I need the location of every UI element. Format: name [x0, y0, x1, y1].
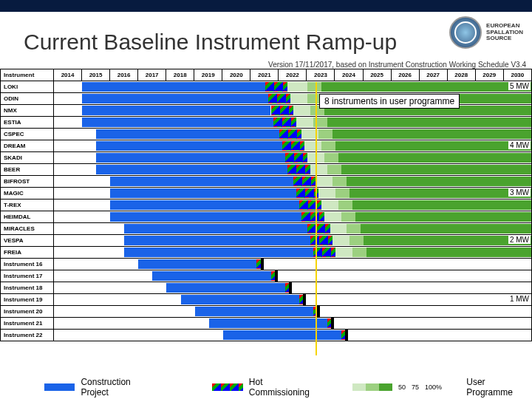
col-year: 2022 — [279, 69, 307, 81]
phase-cp — [209, 318, 327, 328]
gantt-row — [54, 152, 532, 164]
legend-grad-75: 75 — [412, 383, 419, 391]
instrument-name: Instrument 20 — [1, 306, 54, 318]
table-row: Instrument 20 — [1, 306, 532, 318]
table-row: DREAM — [1, 140, 532, 152]
phase-hc — [282, 141, 304, 151]
gantt-row — [54, 211, 532, 223]
phase-up100 — [335, 141, 531, 151]
gantt-row — [54, 105, 532, 117]
gantt-row — [54, 140, 532, 152]
table-row: BIFROST — [1, 176, 532, 188]
col-instrument: Instrument — [1, 69, 54, 81]
end-marker — [275, 270, 278, 282]
instrument-name: Instrument 21 — [1, 318, 54, 330]
table-row: Instrument 22 — [1, 330, 532, 341]
phase-cp — [223, 330, 341, 340]
instrument-name: Instrument 16 — [1, 259, 54, 270]
instrument-name: Instrument 17 — [1, 270, 54, 282]
end-marker — [317, 306, 320, 318]
phase-up75 — [332, 177, 347, 186]
phase-up75 — [338, 200, 352, 210]
col-year: 2014 — [54, 69, 82, 81]
end-marker — [303, 294, 306, 306]
col-year: 2027 — [419, 69, 447, 81]
col-year: 2019 — [194, 69, 222, 81]
phase-cp — [124, 248, 313, 257]
gantt-row — [54, 247, 532, 259]
phase-cp — [166, 283, 284, 293]
phase-cp — [82, 82, 265, 92]
phase-hc — [271, 106, 293, 115]
slide-header: Current Baseline Instrument Ramp-up EURO… — [0, 0, 532, 59]
instrument-name: MIRACLES — [1, 223, 54, 235]
phase-up50 — [304, 141, 321, 151]
instrument-name: CSPEC — [1, 129, 54, 140]
phase-hc — [299, 200, 321, 210]
phase-up100 — [338, 153, 532, 163]
table-row: Instrument 18 — [1, 282, 532, 294]
power-label: 1 MW — [508, 295, 531, 303]
phase-up75 — [335, 188, 349, 198]
phase-up100 — [347, 177, 531, 186]
table-row: Instrument 17 — [1, 270, 532, 282]
gantt-row — [54, 235, 532, 247]
gantt-row — [54, 318, 532, 330]
legend-construction-icon — [44, 383, 75, 391]
gantt-row — [54, 129, 532, 140]
phase-hc — [265, 82, 287, 92]
col-year: 2025 — [363, 69, 391, 81]
phase-hc — [310, 236, 332, 245]
power-label: 4 MW — [508, 141, 531, 149]
phase-up75 — [341, 212, 355, 222]
instrument-name: Instrument 19 — [1, 294, 54, 306]
phase-up50 — [318, 188, 335, 198]
gantt-row — [54, 176, 532, 188]
phase-up100 — [321, 82, 531, 92]
phase-up50 — [290, 94, 307, 103]
col-year: 2028 — [447, 69, 475, 81]
power-label: 2 MW — [508, 236, 531, 244]
phase-cp — [82, 117, 273, 127]
phase-up50 — [321, 200, 338, 210]
phase-cp — [96, 141, 282, 151]
table-row: CSPEC — [1, 129, 532, 140]
phase-hc — [279, 129, 301, 139]
col-year: 2021 — [250, 69, 279, 81]
phase-cp — [96, 129, 279, 139]
phase-cp — [124, 236, 310, 245]
col-year: 2026 — [391, 69, 419, 81]
phase-cp — [110, 177, 293, 186]
version-text: Version 17/11/2017, based on Instrument … — [0, 59, 532, 69]
power-label: 3 MW — [508, 188, 531, 197]
phase-up50 — [316, 177, 332, 186]
col-year: 2023 — [307, 69, 335, 81]
phase-cp — [110, 188, 296, 198]
end-marker — [331, 318, 334, 330]
gantt-row — [54, 200, 532, 211]
phase-cp — [138, 259, 256, 269]
gantt-table: Instrument201420152016201720182019202020… — [0, 69, 532, 341]
table-row: Instrument 19 — [1, 294, 532, 306]
table-row: T-REX — [1, 200, 532, 211]
gantt-row — [54, 223, 532, 235]
table-row: Instrument 16 — [1, 259, 532, 270]
phase-up75 — [352, 248, 366, 257]
table-row: MIRACLES — [1, 223, 532, 235]
milestone-line — [316, 82, 317, 355]
instrument-name: FREIA — [1, 247, 54, 259]
legend-grad-50: 50 — [398, 383, 406, 391]
gantt-row — [54, 117, 532, 129]
ess-logo: EUROPEANSPALLATIONSOURCE — [449, 16, 523, 49]
end-marker — [289, 282, 292, 294]
phase-hc — [273, 117, 296, 127]
legend-grad-100: 100% — [425, 383, 442, 391]
ess-logo-text: EUROPEANSPALLATIONSOURCE — [486, 23, 523, 42]
instrument-name: BEER — [1, 164, 54, 176]
phase-up50 — [293, 106, 310, 115]
phase-up100 — [349, 188, 531, 198]
instrument-name: HEIMDAL — [1, 211, 54, 223]
phase-up100 — [366, 248, 531, 257]
table-row: Instrument 21 — [1, 318, 532, 330]
table-row: LOKI — [1, 81, 532, 93]
